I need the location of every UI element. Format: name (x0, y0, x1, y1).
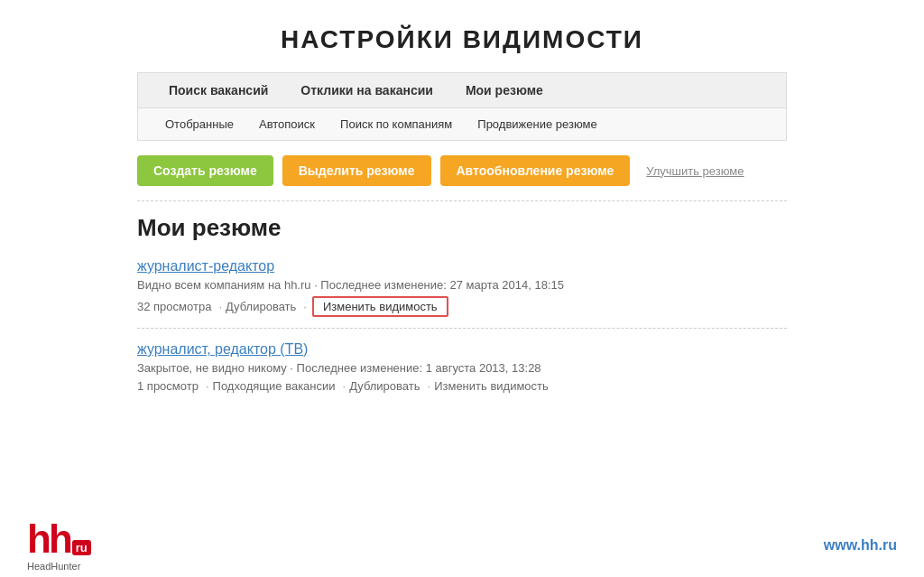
subnav-company-search[interactable]: Поиск по компаниям (328, 108, 465, 141)
footer: hh ru HeadHunter www.hh.ru (0, 514, 924, 577)
nav-responses[interactable]: Отклики на вакансии (284, 72, 449, 108)
resume-views-1: 32 просмотра (137, 300, 211, 313)
improve-resume-link[interactable]: Улучшить резюме (646, 164, 744, 178)
logo-area: hh ru HeadHunter (27, 519, 91, 572)
subnav-saved[interactable]: Отобранные (152, 108, 246, 141)
brand-name: HeadHunter (27, 561, 80, 572)
subnav-promote[interactable]: Продвижение резюме (465, 108, 609, 141)
nav-search-jobs[interactable]: Поиск вакансий (152, 72, 284, 108)
actions-row: Создать резюме Выделить резюме Автообнов… (137, 141, 787, 197)
logo-ru-badge: ru (72, 540, 91, 555)
change-visibility-btn-1[interactable]: Изменить видимость (312, 296, 448, 317)
sep-5: · (428, 379, 431, 393)
resume-subtitle-2: Закрытое, не видно никому · Последнее из… (137, 361, 787, 375)
change-visibility-link-2[interactable]: Изменить видимость (434, 379, 549, 393)
duplicate-link-2[interactable]: Дублировать (349, 379, 420, 393)
duplicate-link-1[interactable]: Дублировать (226, 300, 296, 313)
sep-3: · (206, 379, 209, 393)
sep-4: · (343, 379, 346, 393)
suitable-vacancies-link[interactable]: Подходящие вакансии (213, 379, 336, 393)
create-resume-button[interactable]: Создать резюме (137, 155, 273, 186)
main-container: Поиск вакансий Отклики на вакансии Мои р… (137, 72, 787, 404)
page-title: НАСТРОЙКИ ВИДИМОСТИ (0, 0, 924, 72)
top-nav: Поиск вакансий Отклики на вакансии Мои р… (137, 72, 787, 108)
resume-item-2: журналист, редактор (ТВ) Закрытое, не ви… (137, 341, 787, 404)
sub-nav: Отобранные Автопоиск Поиск по компаниям … (137, 108, 787, 141)
section-title: Мои резюме (137, 214, 787, 242)
resume-views-2: 1 просмотр (137, 379, 199, 393)
subnav-autosearch[interactable]: Автопоиск (246, 108, 328, 141)
divider-1 (137, 200, 787, 201)
resume-actions-1: 32 просмотра · Дублировать · Изменить ви… (137, 296, 787, 317)
autoupdate-resume-button[interactable]: Автообновление резюме (440, 155, 631, 186)
sep-1: · (218, 300, 222, 313)
nav-my-resumes[interactable]: Мои резюме (449, 72, 559, 108)
sep-2: · (303, 300, 307, 313)
logo-hh: hh ru (27, 519, 91, 559)
resume-title-link-2[interactable]: журналист, редактор (ТВ) (137, 341, 787, 358)
resume-title-link-1[interactable]: журналист-редактор (137, 258, 787, 275)
website-link[interactable]: www.hh.ru (824, 537, 897, 554)
resume-subtitle-1: Видно всем компаниям на hh.ru · Последне… (137, 278, 787, 292)
resume-item-1: журналист-редактор Видно всем компаниям … (137, 258, 787, 329)
logo-letters: hh (27, 519, 70, 559)
highlight-resume-button[interactable]: Выделить резюме (282, 155, 431, 186)
resume-actions-2: 1 просмотр · Подходящие вакансии · Дубли… (137, 379, 787, 393)
